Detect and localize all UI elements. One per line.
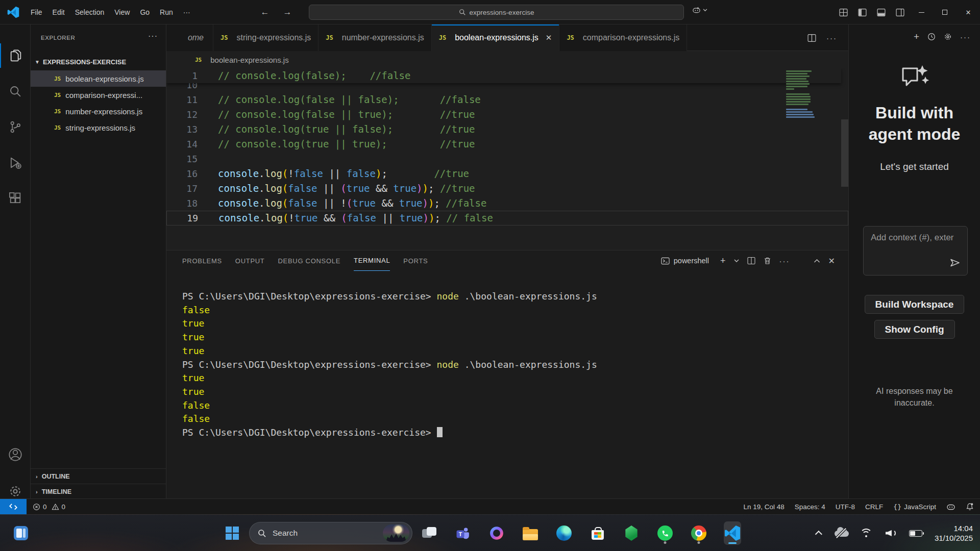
accounts-icon[interactable] — [0, 442, 31, 467]
panel-tab-ports[interactable]: PORTS — [403, 251, 428, 271]
status-eol[interactable]: CRLF — [865, 503, 883, 511]
taskbar-search[interactable]: Search — [249, 522, 412, 544]
tab-ome[interactable]: ome — [166, 24, 213, 51]
explorer-more-actions-icon[interactable]: ··· — [148, 32, 158, 41]
menu-go[interactable]: Go — [135, 6, 155, 19]
code-lines[interactable]: 1011// console.log(false || false); //fa… — [166, 83, 848, 226]
code-line-11[interactable]: 11// console.log(false || false); //fals… — [166, 92, 848, 107]
explorer-icon[interactable] — [0, 43, 31, 68]
show-config-button[interactable]: Show Config — [874, 320, 954, 339]
code-line-16[interactable]: 16console.log(!false || false); //true — [166, 166, 848, 181]
status-language-mode[interactable]: {}JavaScript — [893, 503, 936, 511]
explorer-section-header[interactable]: ▼ EXPRESSIONS-EXERCISE — [31, 54, 166, 69]
terminal-output[interactable]: PS C:\Users\DGI\Desktop\expressions-exer… — [182, 290, 838, 498]
code-editor[interactable]: 1// console.log(false); //false 1011// c… — [166, 68, 848, 250]
outline-section[interactable]: › OUTLINE — [31, 468, 166, 484]
terminal-shell-tab[interactable]: powershell — [661, 257, 709, 265]
file-item[interactable]: JScomparison-expressi... — [31, 87, 166, 103]
split-editor-icon[interactable] — [807, 34, 816, 42]
code-line-17[interactable]: 17console.log(false || (true && true)); … — [166, 181, 848, 196]
build-workspace-button[interactable]: Build Workspace — [865, 295, 965, 314]
send-icon[interactable] — [949, 257, 961, 271]
start-button[interactable] — [224, 523, 241, 543]
status-encoding[interactable]: UTF-8 — [836, 503, 855, 511]
breadcrumb[interactable]: JS boolean-expressions.js — [166, 51, 848, 68]
menu-edit[interactable]: Edit — [47, 6, 70, 19]
copilot-badge[interactable] — [692, 6, 707, 14]
battery-icon[interactable] — [909, 530, 922, 537]
menu-run[interactable]: Run — [155, 6, 178, 19]
problems-status[interactable]: 0 0 — [33, 503, 65, 511]
file-item[interactable]: JSboolean-expressions.js — [31, 70, 166, 87]
whatsapp-icon[interactable] — [656, 523, 674, 543]
chat-history-icon[interactable] — [927, 33, 936, 41]
microsoft-store-icon[interactable] — [589, 523, 606, 543]
tab-boolean-expressions-js[interactable]: JSboolean-expressions.js✕ — [432, 24, 560, 51]
launch-profile-chevron-icon[interactable] — [734, 259, 739, 263]
run-and-debug-icon[interactable] — [0, 151, 31, 175]
menu-view[interactable]: View — [109, 6, 135, 19]
customize-layout-icon[interactable] — [839, 8, 848, 17]
panel-tab-output[interactable]: OUTPUT — [235, 251, 265, 271]
search-daily-image[interactable] — [383, 524, 409, 542]
editor-scrollbar[interactable] — [841, 119, 848, 187]
command-center-search[interactable]: expressions-exercise — [309, 5, 684, 20]
wifi-icon[interactable] — [861, 529, 873, 538]
task-view-icon[interactable] — [421, 523, 438, 543]
copilot-app-icon[interactable] — [488, 523, 505, 543]
close-panel-icon[interactable]: ✕ — [828, 256, 835, 266]
minimize-button[interactable] — [910, 0, 933, 24]
source-control-icon[interactable] — [0, 115, 31, 139]
remote-indicator[interactable] — [0, 499, 27, 515]
tab-string-expressions-js[interactable]: JSstring-expressions.js — [213, 24, 318, 51]
onedrive-offline-icon[interactable] — [835, 529, 849, 538]
code-line-18[interactable]: 18console.log(false || !(true && true));… — [166, 196, 848, 211]
copilot-status-icon[interactable] — [946, 503, 955, 511]
edge-icon[interactable] — [555, 523, 573, 543]
minimap[interactable] — [786, 70, 817, 119]
chrome-icon[interactable] — [690, 523, 707, 543]
maximize-panel-icon[interactable] — [814, 259, 820, 263]
green-gem-app-icon[interactable] — [623, 523, 640, 543]
chat-input[interactable]: Add context (#), exter — [863, 226, 968, 276]
split-terminal-icon[interactable] — [747, 257, 755, 265]
code-line-19[interactable]: 19console.log(!true && (false || true));… — [166, 211, 848, 226]
status-cursor-position[interactable]: Ln 19, Col 48 — [743, 503, 784, 511]
vscode-icon[interactable] — [724, 521, 741, 545]
maximize-button[interactable] — [933, 0, 957, 24]
new-chat-icon[interactable]: + — [914, 31, 919, 42]
forward-arrow-icon[interactable]: → — [282, 7, 293, 17]
panel-tab-terminal[interactable]: TERMINAL — [354, 251, 390, 271]
volume-icon[interactable] — [886, 529, 897, 538]
extensions-icon[interactable] — [0, 186, 31, 211]
sticky-scroll-line[interactable]: 1// console.log(false); //false — [166, 68, 841, 83]
panel-more-actions-icon[interactable]: ··· — [779, 257, 790, 265]
teams-icon[interactable]: T — [454, 523, 472, 543]
chat-settings-gear-icon[interactable] — [944, 33, 952, 41]
toggle-panel-icon[interactable] — [877, 8, 886, 17]
kill-terminal-trash-icon[interactable] — [764, 257, 771, 265]
status-indentation[interactable]: Spaces: 4 — [795, 503, 825, 511]
file-item[interactable]: JSnumber-expressions.js — [31, 103, 166, 119]
menu-selection[interactable]: Selection — [70, 6, 110, 19]
tray-chevron-icon[interactable] — [817, 531, 822, 536]
tab-number-expressions-js[interactable]: JSnumber-expressions.js — [318, 24, 431, 51]
code-line-13[interactable]: 13// console.log(true || false); //true — [166, 122, 848, 137]
panel-tab-debug-console[interactable]: DEBUG CONSOLE — [278, 251, 341, 271]
code-line-14[interactable]: 14// console.log(true || true); //true — [166, 137, 848, 152]
back-arrow-icon[interactable]: ← — [259, 7, 271, 17]
search-icon[interactable] — [0, 79, 31, 104]
clock[interactable]: 14:04 31/10/2025 — [935, 523, 973, 543]
widgets-icon[interactable] — [11, 523, 31, 543]
chat-more-actions-icon[interactable]: ··· — [960, 33, 971, 41]
code-line-15[interactable]: 15 — [166, 152, 848, 166]
toggle-sidebar-right-icon[interactable] — [896, 8, 904, 17]
new-terminal-icon[interactable]: + — [720, 256, 726, 266]
menu-moremoremore[interactable]: ··· — [178, 6, 195, 19]
menu-file[interactable]: File — [26, 6, 47, 19]
file-item[interactable]: JSstring-expressions.js — [31, 119, 166, 136]
panel-tab-problems[interactable]: PROBLEMS — [182, 251, 222, 271]
timeline-section[interactable]: › TIMELINE — [31, 484, 166, 499]
code-line-12[interactable]: 12// console.log(false || true); //true — [166, 107, 848, 122]
toggle-sidebar-left-icon[interactable] — [858, 8, 867, 17]
